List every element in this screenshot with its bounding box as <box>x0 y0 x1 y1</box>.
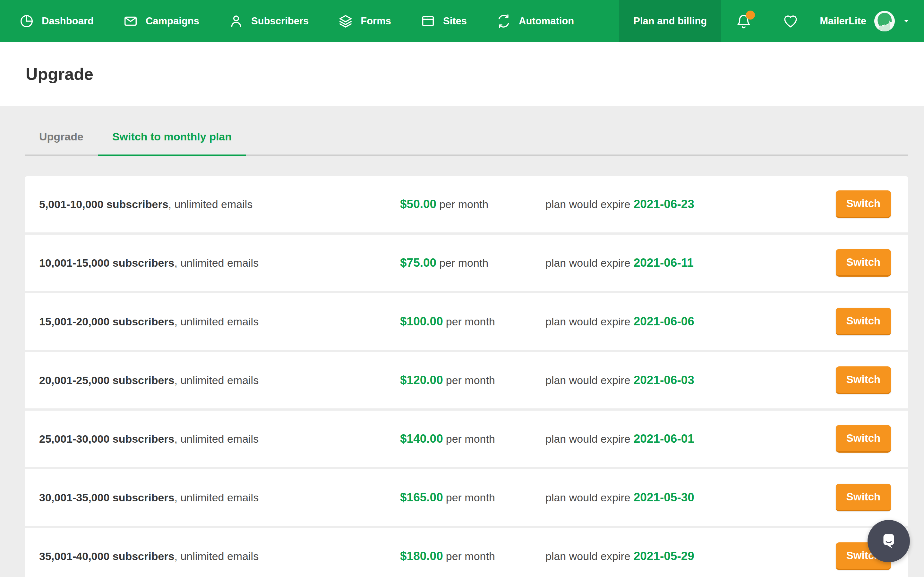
switch-button[interactable]: Switch <box>836 249 891 277</box>
nav-item-subscribers[interactable]: Subscribers <box>229 14 309 29</box>
plan-price: $50.00per month <box>400 197 488 211</box>
nav-item-label: Forms <box>360 15 391 27</box>
nav-item-automation[interactable]: Automation <box>496 14 574 29</box>
nav-item-label: Sites <box>443 15 467 27</box>
notifications-button[interactable] <box>736 13 752 29</box>
plan-price: $100.00per month <box>400 315 495 328</box>
account-name: MailerLite <box>820 15 866 27</box>
plan-name: 20,001-25,000 subscribers, unlimited ema… <box>39 374 258 387</box>
chat-bubble-icon <box>878 530 899 552</box>
switch-button[interactable]: Switch <box>836 190 891 218</box>
plan-row: 10,001-15,000 subscribers, unlimited ema… <box>25 235 908 291</box>
plan-name: 35,001-40,000 subscribers, unlimited ema… <box>39 550 258 562</box>
plan-expiry: plan would expire2021-06-11 <box>545 256 694 269</box>
favorites-button[interactable] <box>782 13 798 29</box>
plan-price: $140.00per month <box>400 432 495 446</box>
browser-window-icon <box>421 14 435 29</box>
switch-button[interactable]: Switch <box>836 366 891 394</box>
nav-item-label: Campaigns <box>145 15 199 27</box>
plan-row: 30,001-35,000 subscribers, unlimited ema… <box>25 469 908 526</box>
plan-expiry: plan would expire2021-06-01 <box>545 432 694 446</box>
chat-launcher[interactable] <box>867 520 910 562</box>
nav-item-label: Plan and billing <box>633 15 707 27</box>
tab-bar: Upgrade Switch to monthly plan <box>25 106 908 156</box>
chevron-down-icon <box>895 17 911 25</box>
plan-row: 20,001-25,000 subscribers, unlimited ema… <box>25 352 908 408</box>
page: Dashboard Campaigns Subscribers Forms Si <box>0 0 924 577</box>
plan-expiry: plan would expire2021-06-03 <box>545 374 694 387</box>
top-nav: Dashboard Campaigns Subscribers Forms Si <box>0 0 924 42</box>
plan-row: 5,001-10,000 subscribers, unlimited emai… <box>25 176 908 232</box>
sync-arrows-icon <box>496 14 511 29</box>
nav-item-label: Subscribers <box>251 15 309 27</box>
plan-price: $165.00per month <box>400 491 495 504</box>
plan-expiry: plan would expire2021-06-06 <box>545 315 694 328</box>
tab-switch-to-monthly-plan[interactable]: Switch to monthly plan <box>98 131 246 155</box>
plan-price: $120.00per month <box>400 374 495 387</box>
person-icon <box>229 14 244 29</box>
nav-item-campaigns[interactable]: Campaigns <box>123 14 199 29</box>
plan-expiry: plan would expire2021-05-29 <box>545 550 694 563</box>
content: Upgrade Switch to monthly plan 5,001-10,… <box>0 106 924 577</box>
plan-row: 35,001-40,000 subscribers, unlimited ema… <box>25 528 908 577</box>
notification-badge <box>746 11 755 19</box>
plan-price: $180.00per month <box>400 550 495 563</box>
avatar <box>866 11 895 32</box>
switch-button[interactable]: Switch <box>836 308 891 335</box>
plan-name: 5,001-10,000 subscribers, unlimited emai… <box>39 198 252 211</box>
account-menu[interactable]: MailerLite <box>820 11 924 32</box>
nav-item-plan-and-billing[interactable]: Plan and billing <box>619 0 721 42</box>
page-header: Upgrade <box>0 42 924 106</box>
nav-item-sites[interactable]: Sites <box>421 14 467 29</box>
nav-item-label: Automation <box>519 15 574 27</box>
nav-item-dashboard[interactable]: Dashboard <box>19 14 94 29</box>
plan-price: $75.00per month <box>400 256 488 269</box>
plan-expiry: plan would expire2021-05-30 <box>545 491 694 504</box>
plan-row: 25,001-30,000 subscribers, unlimited ema… <box>25 411 908 467</box>
plan-name: 30,001-35,000 subscribers, unlimited ema… <box>39 492 258 504</box>
page-title: Upgrade <box>26 64 94 84</box>
heart-icon <box>782 13 798 29</box>
plan-name: 15,001-20,000 subscribers, unlimited ema… <box>39 316 258 328</box>
plan-name: 25,001-30,000 subscribers, unlimited ema… <box>39 433 258 445</box>
plans-list: 5,001-10,000 subscribers, unlimited emai… <box>25 176 908 577</box>
nav-item-label: Dashboard <box>42 15 94 27</box>
plan-row: 15,001-20,000 subscribers, unlimited ema… <box>25 293 908 350</box>
plan-expiry: plan would expire2021-06-23 <box>545 197 694 211</box>
pie-chart-icon <box>19 14 34 29</box>
switch-button[interactable]: Switch <box>836 425 891 453</box>
layers-icon <box>338 14 353 29</box>
tab-upgrade[interactable]: Upgrade <box>25 131 98 155</box>
plan-name: 10,001-15,000 subscribers, unlimited ema… <box>39 257 258 269</box>
nav-item-forms[interactable]: Forms <box>338 14 391 29</box>
switch-button[interactable]: Switch <box>836 484 891 511</box>
envelope-icon <box>123 14 138 29</box>
